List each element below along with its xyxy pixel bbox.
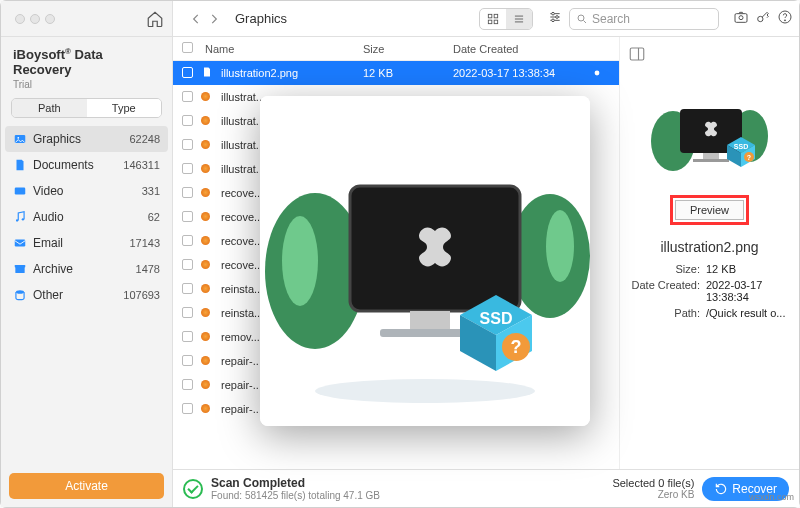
- row-checkbox[interactable]: [173, 355, 201, 368]
- row-checkbox[interactable]: [173, 235, 201, 248]
- svg-point-3: [16, 220, 18, 222]
- svg-rect-11: [488, 20, 492, 24]
- category-other[interactable]: Other 107693: [5, 282, 168, 308]
- svg-line-23: [584, 20, 587, 23]
- row-checkbox[interactable]: [173, 163, 201, 176]
- row-checkbox[interactable]: [173, 403, 201, 416]
- column-name[interactable]: Name: [201, 43, 363, 55]
- svg-rect-12: [494, 20, 498, 24]
- file-row[interactable]: illustration2.png12 KB2022-03-17 13:38:3…: [173, 61, 619, 85]
- preview-button[interactable]: Preview: [675, 200, 744, 220]
- svg-point-22: [578, 15, 584, 21]
- min-dot[interactable]: [30, 14, 40, 24]
- category-graphics[interactable]: Graphics 62248: [5, 126, 168, 152]
- file-type-icon: [201, 211, 217, 223]
- preview-filename: illustration2.png: [660, 239, 758, 255]
- row-checkbox[interactable]: [173, 259, 201, 272]
- details-panel: SSD ? Preview illustration2.png Size:12 …: [619, 37, 799, 469]
- trial-label: Trial: [1, 79, 172, 98]
- document-icon: [13, 158, 27, 172]
- file-type-icon: [201, 403, 217, 415]
- file-type-icon: [201, 139, 217, 151]
- footer: Scan Completed Found: 581425 file(s) tot…: [173, 469, 799, 507]
- brand-title: iBoysoft® Data Recovery: [1, 37, 172, 79]
- category-list: Graphics 62248 Documents 146311 Video 33…: [1, 126, 172, 465]
- select-all-checkbox[interactable]: [182, 42, 193, 53]
- row-checkbox[interactable]: [173, 283, 201, 296]
- panel-toggle-icon[interactable]: [628, 45, 646, 63]
- row-checkbox[interactable]: [173, 91, 201, 104]
- category-archive[interactable]: Archive 1478: [5, 256, 168, 282]
- row-checkbox[interactable]: [173, 379, 201, 392]
- close-dot[interactable]: [15, 14, 25, 24]
- file-type-icon: [201, 283, 217, 295]
- row-checkbox[interactable]: [173, 211, 201, 224]
- nav-forward-icon[interactable]: [207, 12, 221, 26]
- category-label: Graphics: [33, 132, 123, 146]
- tab-type[interactable]: Type: [87, 99, 162, 117]
- popup-image: SSD ?: [260, 96, 590, 426]
- row-checkbox[interactable]: [173, 187, 201, 200]
- filter-icon[interactable]: [547, 9, 563, 28]
- scan-status-title: Scan Completed: [211, 476, 380, 490]
- preview-popup[interactable]: SSD ?: [260, 96, 590, 426]
- row-checkbox[interactable]: [173, 331, 201, 344]
- svg-rect-2: [15, 188, 26, 195]
- column-date[interactable]: Date Created: [453, 43, 593, 55]
- file-type-icon: [201, 379, 217, 391]
- help-icon[interactable]: [777, 9, 793, 28]
- selected-count: Selected 0 file(s): [612, 477, 694, 489]
- activate-button[interactable]: Activate: [9, 473, 164, 499]
- list-view-icon[interactable]: [506, 9, 532, 29]
- other-icon: [13, 288, 27, 302]
- file-type-icon: [201, 163, 217, 175]
- view-toggle[interactable]: [479, 8, 533, 30]
- row-checkbox[interactable]: [173, 139, 201, 152]
- svg-point-1: [17, 137, 19, 139]
- window-controls[interactable]: [9, 14, 61, 24]
- svg-point-44: [546, 210, 574, 282]
- svg-text:SSD: SSD: [733, 143, 747, 150]
- max-dot[interactable]: [45, 14, 55, 24]
- row-checkbox[interactable]: [173, 115, 201, 128]
- tab-path[interactable]: Path: [12, 99, 87, 117]
- svg-rect-36: [693, 159, 729, 162]
- category-count: 62248: [129, 133, 160, 145]
- row-checkbox[interactable]: [173, 67, 201, 80]
- svg-point-25: [739, 16, 743, 20]
- svg-rect-35: [703, 153, 719, 159]
- search-input[interactable]: Search: [569, 8, 719, 30]
- scan-status-sub: Found: 581425 file(s) totaling 47.1 GB: [211, 490, 380, 501]
- svg-text:SSD: SSD: [480, 310, 513, 327]
- watermark: wsxdn.com: [749, 492, 794, 502]
- svg-point-42: [282, 216, 318, 306]
- camera-icon[interactable]: [733, 9, 749, 28]
- sidebar: iBoysoft® Data Recovery Trial Path Type …: [1, 1, 173, 507]
- svg-point-8: [16, 291, 24, 295]
- svg-point-45: [315, 379, 535, 403]
- file-type-icon: [201, 355, 217, 367]
- column-size[interactable]: Size: [363, 43, 453, 55]
- svg-point-29: [595, 71, 600, 76]
- svg-text:?: ?: [746, 154, 750, 161]
- svg-point-28: [784, 20, 785, 21]
- category-documents[interactable]: Documents 146311: [5, 152, 168, 178]
- email-icon: [13, 236, 27, 250]
- breadcrumb: Graphics: [235, 11, 287, 26]
- row-checkbox[interactable]: [173, 307, 201, 320]
- preview-button-highlight: Preview: [670, 195, 749, 225]
- home-icon[interactable]: [146, 10, 164, 28]
- svg-rect-9: [488, 14, 492, 18]
- nav-back-icon[interactable]: [189, 12, 203, 26]
- file-type-icon: [201, 331, 217, 343]
- category-email[interactable]: Email 17143: [5, 230, 168, 256]
- file-type-icon: [201, 115, 217, 127]
- category-video[interactable]: Video 331: [5, 178, 168, 204]
- sidebar-tabs[interactable]: Path Type: [11, 98, 162, 118]
- file-type-icon: [201, 307, 217, 319]
- grid-view-icon[interactable]: [480, 9, 506, 29]
- file-size: 12 KB: [363, 67, 453, 79]
- key-icon[interactable]: [755, 9, 771, 28]
- file-name: illustration2.png: [217, 67, 363, 79]
- category-audio[interactable]: Audio 62: [5, 204, 168, 230]
